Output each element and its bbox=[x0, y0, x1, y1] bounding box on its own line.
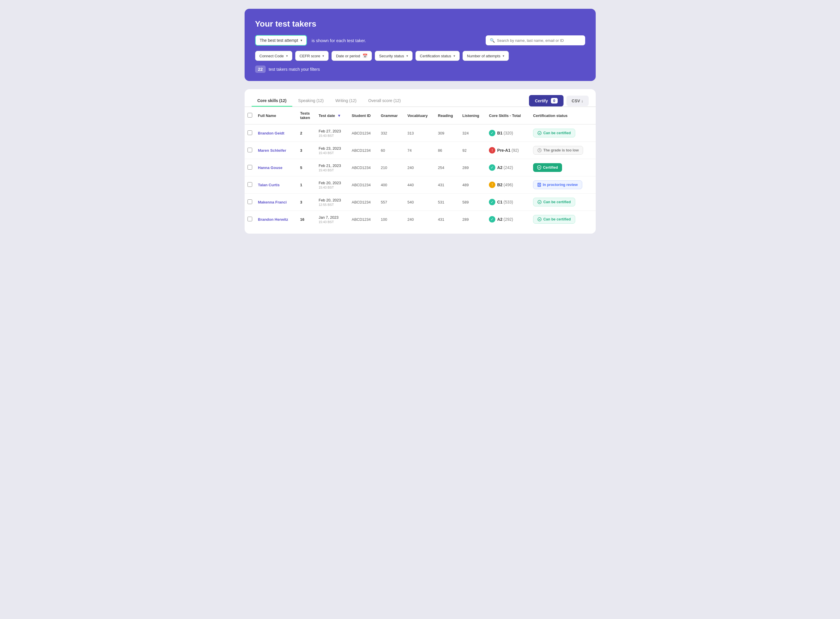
table-row: Maren Schleifer3Feb 23, 202315:43 BSTABC… bbox=[245, 142, 596, 159]
tab-core-skills[interactable]: Core skills (12) bbox=[252, 95, 293, 107]
reading-cell: 86 bbox=[435, 142, 459, 159]
student-id-cell: ABCD1234 bbox=[349, 142, 378, 159]
header-card: Your test takers The best test attempt ▾… bbox=[245, 9, 596, 81]
date-sub: 12:55 BST bbox=[319, 203, 346, 206]
reading-cell: 431 bbox=[435, 211, 459, 228]
row-checkbox-cell[interactable] bbox=[245, 159, 255, 176]
cert-label: The grade is too low bbox=[544, 148, 579, 153]
student-name[interactable]: Brandon Geidt bbox=[258, 131, 284, 135]
row-checkbox[interactable] bbox=[247, 148, 252, 153]
student-name[interactable]: Hanna Gouse bbox=[258, 166, 283, 170]
row-checkbox[interactable] bbox=[247, 130, 252, 135]
row-checkbox[interactable] bbox=[247, 182, 252, 187]
row-checkbox[interactable] bbox=[247, 217, 252, 221]
search-icon: 🔍 bbox=[490, 38, 495, 43]
tests-taken-value: 3 bbox=[300, 200, 302, 204]
security-status-label: Security status bbox=[379, 54, 404, 58]
tests-taken-value: 1 bbox=[300, 183, 302, 187]
cert-label: Can be certified bbox=[544, 217, 571, 221]
cert-status-cell: Certified bbox=[530, 159, 595, 176]
test-date-cell: Feb 23, 202315:43 BST bbox=[316, 142, 349, 159]
student-name[interactable]: Brandon Herwitz bbox=[258, 217, 288, 222]
grammar-cell: 210 bbox=[378, 159, 405, 176]
row-checkbox[interactable] bbox=[247, 199, 252, 204]
student-id-cell: ABCD1234 bbox=[349, 211, 378, 228]
col-test-date[interactable]: Test date ▼ bbox=[316, 107, 349, 124]
number-attempts-filter[interactable]: Number of attempts ▾ bbox=[463, 51, 509, 61]
page-title: Your test takers bbox=[255, 19, 585, 28]
cert-status-cell: The grade is too low bbox=[530, 142, 595, 159]
cert-status-cell: Can be certified bbox=[530, 124, 595, 142]
select-all-checkbox[interactable] bbox=[247, 113, 252, 118]
shield-icon bbox=[537, 165, 541, 170]
cert-badge: Certified bbox=[533, 163, 562, 172]
reading-cell: 309 bbox=[435, 124, 459, 142]
filters-row: Connect Code ▾ CEFR score ▾ Date or peri… bbox=[255, 51, 585, 61]
student-name[interactable]: Talan Curtis bbox=[258, 183, 280, 187]
row-checkbox-cell[interactable] bbox=[245, 211, 255, 228]
error-icon: ! bbox=[489, 147, 495, 154]
table-section: Core skills (12) Speaking (12) Writing (… bbox=[245, 89, 596, 233]
grammar-cell: 557 bbox=[378, 194, 405, 211]
table-header-row: Full Name Teststaken Test date ▼ Student… bbox=[245, 107, 596, 124]
tests-taken-value: 3 bbox=[300, 148, 302, 153]
tab-overall-score[interactable]: Overall score (12) bbox=[362, 95, 406, 107]
test-date-cell: Feb 20, 202312:55 BST bbox=[316, 194, 349, 211]
core-skills-total-cell: ✓A2 (292) bbox=[486, 211, 530, 228]
header-row1: The best test attempt ▾ is shown for eac… bbox=[255, 35, 585, 46]
col-core-skills-total: Core Skills - Total bbox=[486, 107, 530, 124]
cert-status-cell: Can be certified bbox=[530, 211, 595, 228]
select-all-header[interactable] bbox=[245, 107, 255, 124]
security-status-filter[interactable]: Security status ▾ bbox=[375, 51, 413, 61]
vocabulary-cell: 240 bbox=[405, 159, 435, 176]
number-attempts-label: Number of attempts bbox=[467, 54, 500, 58]
level-cell: !B2 (496) bbox=[489, 182, 527, 188]
col-listening: Listening bbox=[459, 107, 486, 124]
student-name[interactable]: Maren Schleifer bbox=[258, 148, 286, 153]
csv-label: CSV ↓ bbox=[572, 99, 583, 103]
row-checkbox[interactable] bbox=[247, 165, 252, 170]
reading-cell: 431 bbox=[435, 176, 459, 194]
cert-status-cell: Can be certified bbox=[530, 194, 595, 211]
date-sub: 15:43 BST bbox=[319, 151, 346, 155]
data-table: Full Name Teststaken Test date ▼ Student… bbox=[245, 107, 596, 228]
vocabulary-cell: 74 bbox=[405, 142, 435, 159]
level-badge: C1 (533) bbox=[497, 200, 513, 204]
chevron-down-icon: ▾ bbox=[322, 54, 324, 58]
core-skills-total-cell: !B2 (496) bbox=[486, 176, 530, 194]
search-input[interactable] bbox=[497, 38, 581, 43]
row-checkbox-cell[interactable] bbox=[245, 194, 255, 211]
listening-cell: 324 bbox=[459, 124, 486, 142]
csv-button[interactable]: CSV ↓ bbox=[566, 96, 588, 106]
tabs-actions: Certify 0 CSV ↓ bbox=[529, 95, 588, 106]
table-row: Brandon Herwitz16Jan 7, 202315:43 BSTABC… bbox=[245, 211, 596, 228]
cert-badge: In proctoring review bbox=[533, 180, 582, 189]
certify-button[interactable]: Certify 0 bbox=[529, 95, 563, 106]
cert-badge: Can be certified bbox=[533, 198, 575, 206]
tests-taken-cell: 3 bbox=[297, 194, 316, 211]
page-container: Your test takers The best test attempt ▾… bbox=[245, 9, 596, 233]
attempt-dropdown[interactable]: The best test attempt ▾ bbox=[255, 35, 307, 46]
core-skills-total-cell: ✓B1 (320) bbox=[486, 124, 530, 142]
cefr-score-filter[interactable]: CEFR score ▾ bbox=[295, 51, 329, 61]
row-checkbox-cell[interactable] bbox=[245, 124, 255, 142]
date-period-label: Date or period bbox=[336, 54, 360, 58]
tab-speaking[interactable]: Speaking (12) bbox=[292, 95, 329, 107]
grammar-cell: 332 bbox=[378, 124, 405, 142]
clock-icon bbox=[538, 148, 542, 153]
test-date-cell: Feb 27, 202315:43 BST bbox=[316, 124, 349, 142]
date-period-filter[interactable]: Date or period 📅 bbox=[331, 51, 371, 61]
certification-status-filter[interactable]: Certification status ▾ bbox=[415, 51, 460, 61]
core-skills-total-cell: !Pre-A1 (92) bbox=[486, 142, 530, 159]
level-badge: A2 (242) bbox=[497, 165, 513, 170]
connect-code-filter[interactable]: Connect Code ▾ bbox=[255, 51, 292, 61]
row-checkbox-cell[interactable] bbox=[245, 176, 255, 194]
certification-status-label: Certification status bbox=[420, 54, 451, 58]
tests-taken-cell: 5 bbox=[297, 159, 316, 176]
tab-writing[interactable]: Writing (12) bbox=[329, 95, 362, 107]
row-checkbox-cell[interactable] bbox=[245, 142, 255, 159]
col-full-name: Full Name bbox=[255, 107, 297, 124]
level-cell: !Pre-A1 (92) bbox=[489, 147, 527, 154]
student-name[interactable]: Makenna Franci bbox=[258, 200, 287, 204]
tests-taken-cell: 16 bbox=[297, 211, 316, 228]
